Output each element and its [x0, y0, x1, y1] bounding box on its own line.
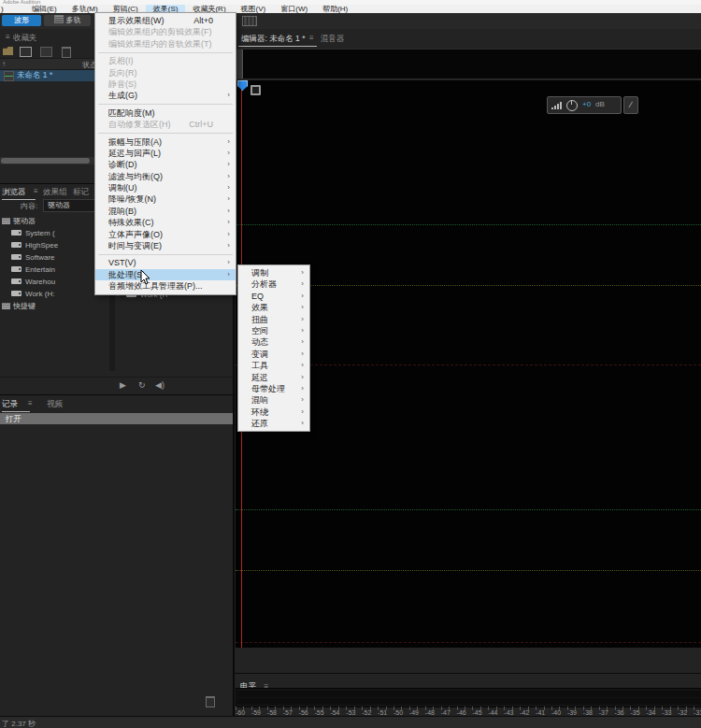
tab-markers[interactable]: 标记 — [73, 187, 89, 198]
zoom-navigator-handle[interactable] — [236, 50, 243, 79]
submenu-item[interactable]: 母带处理› — [238, 383, 309, 394]
submenu-item[interactable]: 分析器› — [238, 278, 309, 290]
clip-properties-icon[interactable] — [250, 85, 261, 95]
menu-item[interactable]: 时间与变调(E)› — [95, 240, 236, 251]
menu-item[interactable]: 立体声声像(O)› — [95, 229, 236, 240]
submenu-item[interactable]: 混响› — [238, 394, 309, 406]
tree-root-drives[interactable]: 驱动器 — [0, 215, 109, 227]
menu-item[interactable]: 滤波与均衡(Q)› — [95, 171, 236, 182]
new-file-icon[interactable] — [20, 47, 32, 57]
menu-item-label: 编辑效果组内的音轨效果(T) — [108, 39, 212, 49]
tree-drive-row[interactable]: Work (H: — [0, 288, 109, 300]
menu-item[interactable]: 音频增效工具管理器(P)... — [95, 280, 236, 292]
tree-drive-row[interactable]: HighSpee — [0, 239, 109, 251]
scrollbar-thumb[interactable] — [1, 158, 90, 164]
menu-item: 反向(R) — [95, 67, 236, 79]
menu-item[interactable]: 显示效果组(W)Alt+0 — [95, 15, 236, 26]
drive-icon — [11, 266, 21, 272]
submenu-arrow-icon: › — [301, 336, 304, 348]
levels-panel: 电平 ≡ -60-59-58-57-56-55-54-53-52-51-50-4… — [235, 673, 701, 717]
submenu-item[interactable]: 扭曲› — [238, 314, 309, 325]
drive-tree: 驱动器System (HighSpeeSoftwareEntertainWare… — [0, 215, 109, 371]
submenu-item[interactable]: 效果› — [238, 302, 309, 313]
tree-drive-row[interactable]: Warehou — [0, 276, 109, 288]
submenu-arrow-icon: › — [227, 90, 230, 101]
submenu-item-label: 扭曲 — [251, 315, 268, 324]
menubar-item[interactable]: 视图(V) — [234, 5, 274, 13]
effects-menu: 显示效果组(W)Alt+0编辑效果组内的剪辑效果(F)编辑效果组内的音轨效果(T… — [94, 12, 236, 295]
tab-editor[interactable]: 编辑器: 未命名 1 * — [241, 34, 305, 45]
submenu-item[interactable]: 动态› — [238, 336, 309, 348]
shortcuts-icon — [2, 303, 10, 309]
delete-file-icon[interactable] — [62, 47, 71, 58]
volume-knob-icon[interactable] — [566, 100, 578, 111]
menu-item-label: 反向(R) — [108, 68, 137, 78]
tab-favorites[interactable]: 收藏夹 — [13, 33, 37, 44]
spectral-pitch-keyboard-icon[interactable] — [242, 16, 257, 26]
submenu-item[interactable]: 环绕› — [238, 407, 309, 418]
tab-mixer[interactable]: 混音器 — [321, 34, 345, 45]
tab-media-browser[interactable]: 浏览器 — [2, 187, 26, 198]
clear-history-trash-icon[interactable] — [206, 696, 215, 707]
db-scale-label: -58 — [267, 709, 277, 716]
preview-loop-icon[interactable]: ↻ — [138, 380, 146, 390]
submenu-item[interactable]: 延迟› — [238, 372, 309, 383]
panel-menu-icon[interactable]: ≡ — [28, 399, 33, 407]
playhead-handle[interactable] — [237, 80, 248, 91]
db-scale-label: -34 — [646, 709, 655, 716]
volume-hud[interactable]: +0 dB — [547, 96, 622, 114]
db-scale-label: -53 — [346, 709, 355, 716]
panel-menu-icon[interactable]: ≡ — [6, 33, 10, 41]
multitrack-view-button[interactable]: 多轨 — [44, 15, 91, 26]
menubar-item[interactable]: 编辑(E) — [24, 5, 64, 13]
menu-item[interactable]: 批处理(S)› — [95, 269, 236, 280]
submenu-item-label: 还原 — [251, 419, 268, 428]
submenu-item[interactable]: 变调› — [238, 349, 309, 360]
menu-item[interactable]: 生成(G)› — [95, 90, 236, 101]
tab-video[interactable]: 视频 — [47, 399, 63, 410]
grid-line — [236, 570, 701, 572]
menubar-item[interactable]: 窗口(W) — [273, 5, 315, 13]
menu-item[interactable]: 降噪/恢复(N)› — [95, 193, 236, 205]
menu-item[interactable]: 诊断(D)› — [95, 159, 236, 170]
submenu-item[interactable]: 工具› — [238, 360, 309, 371]
menu-item[interactable]: 混响(B)› — [95, 206, 236, 217]
import-file-icon[interactable] — [3, 47, 13, 55]
menu-item: 自动修复选区(H)Ctrl+U — [95, 119, 236, 130]
menu-item[interactable]: 调制(U)› — [95, 182, 236, 193]
insert-media-icon[interactable] — [40, 47, 52, 57]
hud-grabber-icon[interactable]: ∕ — [623, 96, 638, 114]
submenu-arrow-icon: › — [301, 394, 304, 406]
file-name: 未命名 1 * — [17, 70, 52, 81]
submenu-item[interactable]: 空间› — [238, 325, 309, 336]
panel-menu-icon[interactable]: ≡ — [309, 34, 314, 42]
panel-menu-icon[interactable]: ≡ — [34, 187, 38, 195]
submenu-item[interactable]: EQ› — [238, 291, 309, 302]
menu-item[interactable]: 匹配响度(M) — [95, 107, 236, 119]
meter-channel-left — [237, 691, 701, 697]
waveform-view-button[interactable]: 波形 — [2, 15, 41, 26]
menu-item[interactable]: VST(V)› — [95, 257, 236, 268]
tree-drive-row[interactable]: System ( — [0, 227, 109, 239]
tree-drive-row[interactable]: Entertain — [0, 264, 109, 276]
zoom-navigator[interactable] — [236, 49, 701, 79]
menu-separator — [98, 133, 233, 134]
menu-item-label: 静音(S) — [108, 79, 136, 89]
history-entry-open[interactable]: 打开 — [0, 413, 233, 424]
submenu-item[interactable]: 调制› — [238, 267, 309, 278]
content-dropdown[interactable]: 驱动器 — [43, 199, 97, 212]
preview-speaker-icon[interactable]: ◀) — [155, 380, 165, 390]
menu-item[interactable]: 延迟与回声(L)› — [95, 148, 236, 159]
db-scale-label: -35 — [631, 709, 640, 716]
menu-item[interactable]: 特殊效果(C)› — [95, 217, 236, 228]
tree-drive-row[interactable]: Software — [0, 251, 109, 264]
menubar-item[interactable]: 帮助(H) — [315, 5, 355, 13]
menu-fragment: ) — [1, 5, 4, 13]
tree-root-shortcuts[interactable]: 快捷键 — [0, 300, 109, 312]
tab-effects-rack[interactable]: 效果组 — [43, 187, 67, 198]
tab-history[interactable]: 记录 — [2, 399, 18, 410]
hud-gain-value[interactable]: +0 — [582, 100, 591, 108]
menu-item[interactable]: 振幅与压限(A)› — [95, 136, 236, 148]
submenu-item[interactable]: 还原› — [238, 418, 309, 429]
preview-play-icon[interactable]: ▶ — [120, 380, 126, 390]
